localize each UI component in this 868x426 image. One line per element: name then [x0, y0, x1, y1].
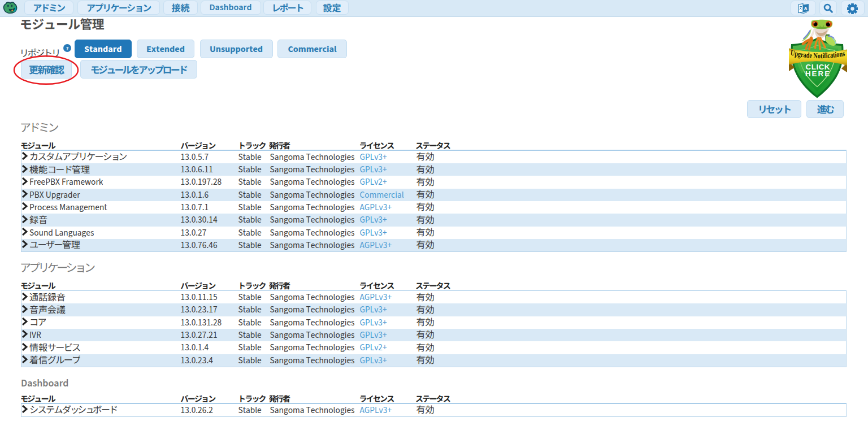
svg-text:A: A: [804, 5, 808, 12]
svg-text:HERE: HERE: [805, 69, 831, 78]
svg-text:?: ?: [66, 45, 69, 53]
